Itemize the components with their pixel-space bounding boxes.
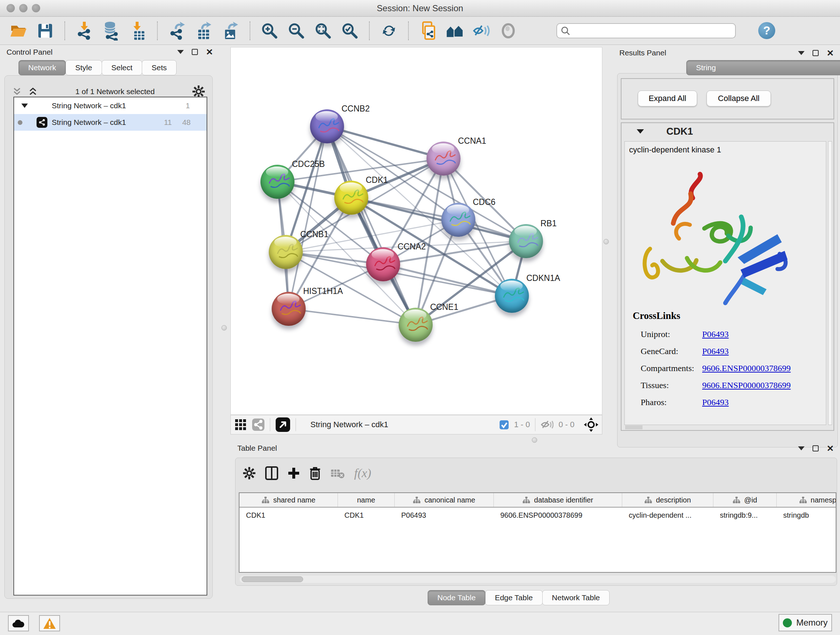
- tab-sets[interactable]: Sets: [142, 60, 177, 75]
- horizontal-splitter-handle[interactable]: [532, 437, 537, 443]
- search-input[interactable]: [573, 25, 735, 37]
- column-header-database-identifier[interactable]: database identifier: [494, 493, 622, 507]
- table-cell[interactable]: CDK1: [240, 508, 338, 523]
- column-header-name[interactable]: name: [338, 493, 395, 507]
- network-view-share-icon[interactable]: [252, 418, 265, 431]
- table-cell[interactable]: CDK1: [338, 508, 395, 523]
- show-hidden-button[interactable]: [499, 21, 517, 41]
- panel-close-icon[interactable]: ✕: [827, 445, 834, 451]
- zoom-in-button[interactable]: [261, 21, 279, 41]
- network-collection-row[interactable]: String Network – cdk1 1: [14, 97, 207, 114]
- node-ccne1[interactable]: [399, 308, 433, 342]
- panel-menu-caret-icon[interactable]: [798, 51, 805, 55]
- column-header-canonical-name[interactable]: canonical name: [395, 493, 494, 507]
- cloud-status-button[interactable]: [8, 615, 29, 631]
- export-network-button[interactable]: [168, 21, 186, 41]
- add-column-icon[interactable]: [287, 467, 300, 479]
- table-gear-icon[interactable]: [243, 467, 256, 480]
- column-header--id[interactable]: @id: [714, 493, 777, 507]
- delete-column-icon[interactable]: [309, 466, 321, 480]
- table-hscroll-thumb[interactable]: [242, 576, 303, 582]
- show-all-networks-button[interactable]: [446, 21, 464, 41]
- vertical-splitter-handle[interactable]: [603, 239, 609, 244]
- node-ccnb1[interactable]: [269, 235, 303, 269]
- expand-all-icon[interactable]: [28, 87, 38, 96]
- function-builder-button[interactable]: f(x): [354, 466, 371, 480]
- gear-icon[interactable]: [192, 85, 205, 98]
- export-table-button[interactable]: [195, 21, 213, 41]
- tab-select[interactable]: Select: [102, 60, 142, 75]
- hide-selected-button[interactable]: [472, 21, 491, 41]
- table-cell[interactable]: cyclin-dependent ...: [622, 508, 714, 523]
- selected-checkbox-icon[interactable]: [499, 420, 509, 430]
- node-cdc25b[interactable]: [261, 165, 294, 199]
- panel-menu-caret-icon[interactable]: [177, 50, 184, 54]
- grid-view-icon[interactable]: [234, 418, 247, 431]
- tree-expand-caret-icon[interactable]: [21, 103, 28, 108]
- column-header-description[interactable]: description: [622, 493, 714, 507]
- panel-close-icon[interactable]: ✕: [827, 50, 834, 56]
- fit-content-crosshair-icon[interactable]: [584, 417, 598, 432]
- results-scrollbar[interactable]: [828, 141, 832, 425]
- help-button[interactable]: ?: [758, 22, 775, 39]
- tab-network-table[interactable]: Network Table: [542, 590, 610, 605]
- panel-float-icon[interactable]: [813, 445, 819, 451]
- tab-node-table[interactable]: Node Table: [428, 590, 485, 605]
- expand-all-button[interactable]: Expand All: [638, 90, 697, 106]
- clone-network-button[interactable]: [419, 21, 437, 41]
- node-rb1[interactable]: [509, 224, 543, 258]
- gene-collapse-caret-icon[interactable]: [637, 129, 644, 134]
- tab-edge-table[interactable]: Edge Table: [485, 590, 543, 605]
- tab-network[interactable]: Network: [19, 60, 66, 75]
- collapse-all-icon[interactable]: [12, 87, 22, 96]
- vertical-splitter-handle[interactable]: [221, 325, 227, 331]
- node-cdk1[interactable]: [334, 181, 368, 215]
- crosslink-value-link[interactable]: 9606.ENSP00000378699: [702, 363, 791, 373]
- panel-menu-caret-icon[interactable]: [798, 447, 805, 450]
- refresh-button[interactable]: [380, 21, 398, 41]
- delete-table-icon[interactable]: [330, 467, 345, 479]
- panel-float-icon[interactable]: [813, 50, 819, 56]
- import-network-file-button[interactable]: [75, 21, 93, 41]
- node-ccna1[interactable]: [426, 141, 461, 176]
- birds-eye-view-icon[interactable]: [275, 417, 291, 432]
- show-columns-icon[interactable]: [265, 466, 278, 480]
- table-row[interactable]: CDK1CDK1P064939606.ENSP00000378699cyclin…: [240, 508, 836, 523]
- panel-close-icon[interactable]: ✕: [206, 49, 213, 55]
- node-cdkn1a[interactable]: [495, 279, 529, 313]
- table-cell[interactable]: stringdb:9...: [714, 508, 777, 523]
- network-canvas[interactable]: CCNB2CCNA1CDC25BCDK1CDC6RB1CCNB1CCNA2CDK…: [231, 47, 602, 415]
- collapse-all-button[interactable]: Collapse All: [706, 90, 771, 106]
- open-session-button[interactable]: [9, 21, 27, 41]
- crosslink-value-link[interactable]: P06493: [702, 329, 729, 339]
- crosslink-value-link[interactable]: P06493: [702, 347, 729, 356]
- node-ccnb2[interactable]: [310, 109, 344, 143]
- edge-hist1h1a-ccne1[interactable]: [289, 309, 416, 325]
- table-cell[interactable]: P06493: [395, 508, 494, 523]
- crosslink-value-link[interactable]: 9606.ENSP00000378699: [702, 380, 791, 390]
- table-hscrollbar[interactable]: [240, 576, 836, 583]
- table-cell[interactable]: stringdb: [777, 508, 836, 523]
- table-cell[interactable]: 9606.ENSP00000378699: [494, 508, 622, 523]
- node-hist1h1a[interactable]: [272, 292, 306, 326]
- export-image-button[interactable]: [221, 21, 240, 41]
- save-session-button[interactable]: [36, 21, 54, 41]
- hidden-eye-icon[interactable]: [540, 419, 554, 430]
- zoom-fit-button[interactable]: [314, 21, 332, 41]
- import-network-database-button[interactable]: [102, 21, 120, 41]
- edge-ccnb2-hist1h1a[interactable]: [289, 126, 327, 309]
- zoom-out-button[interactable]: [287, 21, 305, 41]
- tab-string[interactable]: String: [686, 60, 840, 75]
- gene-section-header[interactable]: CDK1: [622, 123, 834, 140]
- network-row-selected[interactable]: String Network – cdk1 11 48: [14, 114, 207, 131]
- import-table-file-button[interactable]: [129, 21, 147, 41]
- warning-status-button[interactable]: [39, 615, 60, 631]
- zoom-selected-button[interactable]: [341, 21, 359, 41]
- crosslink-value-link[interactable]: P06493: [702, 397, 729, 407]
- column-header-namespace[interactable]: namespace: [777, 493, 836, 507]
- node-cdc6[interactable]: [441, 203, 475, 237]
- column-header-shared-name[interactable]: shared name: [240, 493, 338, 507]
- results-hscroll-thumb[interactable]: [625, 425, 643, 429]
- panel-float-icon[interactable]: [192, 49, 198, 55]
- node-ccna2[interactable]: [366, 247, 400, 281]
